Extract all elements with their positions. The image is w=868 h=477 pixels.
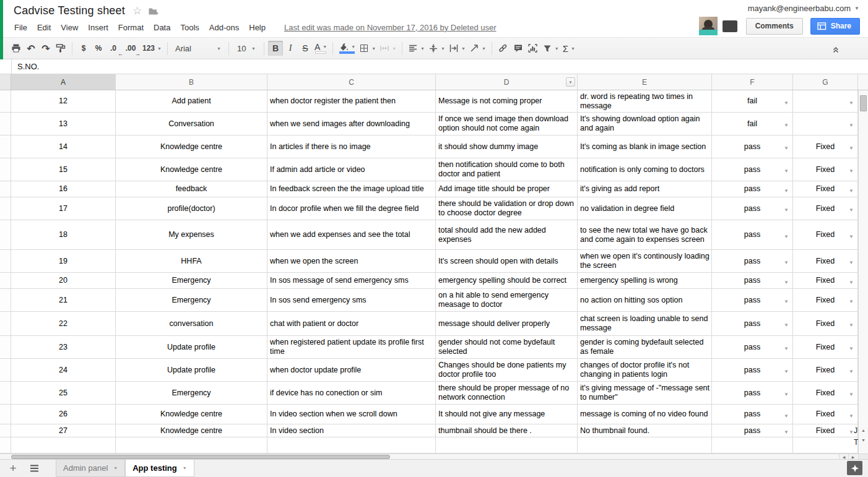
- cell-scenario[interactable]: In sos send emergency sms: [267, 289, 436, 312]
- dropdown-arrow-icon[interactable]: ▼: [849, 278, 854, 287]
- strikethrough-button[interactable]: S: [298, 41, 313, 56]
- column-header-e[interactable]: E: [578, 74, 712, 90]
- dropdown-arrow-icon[interactable]: ▼: [784, 186, 789, 196]
- menu-data[interactable]: Data: [149, 21, 175, 34]
- cell-status[interactable]: pass▼: [712, 197, 793, 220]
- cell-sno[interactable]: 19: [11, 250, 116, 273]
- cell-feature[interactable]: Emergency: [116, 289, 267, 312]
- text-rotation-button[interactable]: ▼: [467, 41, 488, 56]
- all-sheets-button[interactable]: [26, 460, 42, 476]
- cell-sno[interactable]: 22: [11, 312, 116, 336]
- cell-scenario[interactable]: when registered patient update its profi…: [267, 336, 436, 359]
- cell-expected[interactable]: [436, 437, 578, 453]
- cell-fix[interactable]: ▼: [793, 113, 858, 135]
- cell-sno[interactable]: 18: [11, 220, 116, 250]
- select-all-corner[interactable]: [0, 74, 11, 90]
- cell-status[interactable]: pass▼: [712, 312, 793, 336]
- chat-icon[interactable]: [723, 20, 737, 32]
- cell-actual[interactable]: notification is only coming to doctors: [578, 158, 712, 181]
- bold-button[interactable]: B: [268, 41, 283, 56]
- cell-status[interactable]: pass▼: [712, 359, 793, 382]
- vertical-scrollbar-thumb[interactable]: [860, 95, 867, 111]
- font-size-select[interactable]: 10▼: [233, 41, 260, 56]
- borders-button[interactable]: ▼: [357, 41, 378, 56]
- text-color-button[interactable]: A▼: [313, 41, 329, 56]
- cell-fix[interactable]: Fixed▼: [793, 382, 858, 405]
- menu-edit[interactable]: Edit: [32, 21, 56, 34]
- cell-expected[interactable]: there should be validation or drop down …: [436, 197, 578, 220]
- cell-sno[interactable]: 17: [11, 197, 116, 220]
- cell-feature[interactable]: Knowledge centre: [116, 424, 267, 437]
- column-header-f[interactable]: F: [712, 74, 793, 90]
- cell-status[interactable]: pass▼: [712, 181, 793, 197]
- cell-sno[interactable]: 16: [11, 181, 116, 197]
- font-family-select[interactable]: Arial▼: [171, 41, 225, 56]
- column-header-g[interactable]: G: [793, 74, 858, 90]
- dropdown-arrow-icon[interactable]: ▼: [849, 390, 854, 399]
- paint-format-button[interactable]: [53, 41, 68, 56]
- menu-addons[interactable]: Add-ons: [204, 21, 244, 34]
- comments-button[interactable]: Comments: [746, 18, 803, 35]
- cell-feature[interactable]: Emergency: [116, 382, 267, 405]
- dropdown-arrow-icon[interactable]: ▼: [784, 232, 789, 241]
- menu-file[interactable]: File: [9, 21, 32, 34]
- menu-tools[interactable]: Tools: [175, 21, 204, 34]
- dropdown-arrow-icon[interactable]: ▼: [784, 205, 789, 215]
- cell-sno[interactable]: 24: [11, 359, 116, 382]
- cell-actual[interactable]: It's showing download option again and a…: [578, 113, 712, 135]
- cell-sno[interactable]: 13: [11, 113, 116, 135]
- cell-feature[interactable]: My expenses: [116, 220, 267, 250]
- cell-sno[interactable]: 27: [11, 424, 116, 437]
- cell-actual[interactable]: to see the new total we have go back and…: [578, 220, 712, 250]
- cell-expected[interactable]: Changes should be done patients my docto…: [436, 359, 578, 382]
- cell-fix[interactable]: Fixed▼: [793, 273, 858, 289]
- insert-chart-button[interactable]: [526, 41, 540, 56]
- cell-expected[interactable]: gender should not come bydefault selecte…: [436, 336, 578, 359]
- account-switcher[interactable]: mayank@engineerbabu.com ▼: [748, 4, 859, 13]
- undo-button[interactable]: ↶: [24, 41, 38, 56]
- cell-feature[interactable]: Update profile: [116, 359, 267, 382]
- add-sheet-button[interactable]: +: [5, 460, 21, 476]
- cell-actual[interactable]: It's coming as blank in image section: [578, 135, 712, 158]
- redo-button[interactable]: ↷: [38, 41, 53, 56]
- dropdown-arrow-icon[interactable]: ▼: [784, 320, 789, 330]
- formula-bar[interactable]: S.NO.: [0, 59, 868, 74]
- cell-actual[interactable]: chat screen is loading unable to send me…: [578, 312, 712, 336]
- column-header-d[interactable]: D▼: [436, 74, 578, 90]
- cell-status[interactable]: [712, 437, 793, 453]
- tab-admin-panel[interactable]: Admin panel▼: [56, 460, 125, 477]
- text-wrap-button[interactable]: ▼: [447, 41, 467, 56]
- cell-feature[interactable]: Emergency: [116, 273, 267, 289]
- column-header-a[interactable]: A: [11, 74, 116, 90]
- cell-expected[interactable]: Add image title should be proper: [436, 181, 578, 197]
- more-formats-button[interactable]: 123▼: [141, 41, 163, 56]
- horizontal-align-button[interactable]: ▼: [406, 41, 427, 56]
- dropdown-arrow-icon[interactable]: ▼: [784, 144, 789, 153]
- cell-scenario[interactable]: when doctor register the patient then: [267, 90, 436, 113]
- cell-scenario[interactable]: chat with patient or doctor: [267, 312, 436, 336]
- cell-sno[interactable]: 20: [11, 273, 116, 289]
- cell-expected[interactable]: It's screen should open with details: [436, 250, 578, 273]
- print-button[interactable]: [9, 41, 24, 56]
- cell-actual[interactable]: [578, 437, 712, 453]
- menu-view[interactable]: View: [56, 21, 83, 34]
- cell-feature[interactable]: Knowledge centre: [116, 135, 267, 158]
- dropdown-arrow-icon[interactable]: ▼: [784, 390, 789, 399]
- cell-expected[interactable]: message should deliver properly: [436, 312, 578, 336]
- cell-feature[interactable]: HHFA: [116, 250, 267, 273]
- cell-scenario[interactable]: if device has no conection or sim: [267, 382, 436, 405]
- scroll-up-button[interactable]: ▲: [859, 426, 868, 435]
- dropdown-arrow-icon[interactable]: ▼: [849, 144, 854, 153]
- cell-scenario[interactable]: when we open the screen: [267, 250, 436, 273]
- dropdown-arrow-icon[interactable]: ▼: [849, 367, 854, 376]
- cell-expected[interactable]: thumbnail should be there .: [436, 424, 578, 437]
- menu-insert[interactable]: Insert: [83, 21, 113, 34]
- cell-status[interactable]: pass▼: [712, 273, 793, 289]
- vertical-align-button[interactable]: ▼: [427, 41, 447, 56]
- cell-fix[interactable]: Fixed▼: [793, 289, 858, 312]
- cell-feature[interactable]: Knowledge centre: [116, 405, 267, 424]
- cell-scenario[interactable]: If admin add article or video: [267, 158, 436, 181]
- dropdown-arrow-icon[interactable]: ▼: [849, 297, 854, 306]
- cell-sno[interactable]: 25: [11, 382, 116, 405]
- cell-actual[interactable]: No thumbnail found.: [578, 424, 712, 437]
